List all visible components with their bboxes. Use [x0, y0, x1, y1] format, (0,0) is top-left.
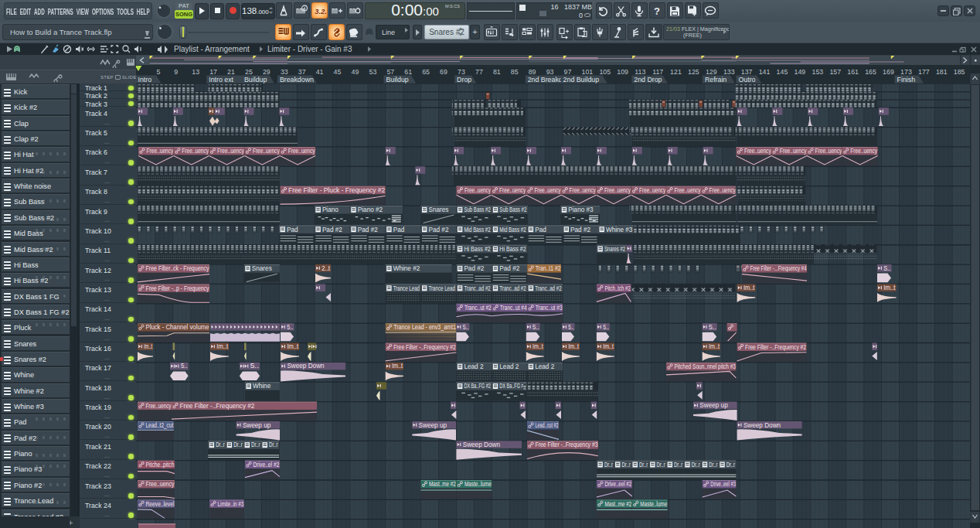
svg-text:Drive..eel #3: Drive..eel #3	[710, 481, 736, 488]
svg-text:Whine: Whine	[253, 383, 271, 390]
svg-text:45: 45	[334, 68, 342, 76]
svg-text:Free..uency: Free..uency	[815, 148, 843, 155]
svg-text:Pad #2: Pad #2	[322, 227, 342, 233]
svg-text:97: 97	[564, 68, 572, 76]
svg-text:Dr..r: Dr..r	[604, 462, 613, 468]
svg-text:Tranc..ad #2: Tranc..ad #2	[499, 285, 526, 292]
svg-text:Im..t: Im..t	[709, 343, 720, 350]
svg-text:Piano #3: Piano #3	[568, 206, 594, 213]
svg-text:Intro: Intro	[138, 76, 152, 83]
svg-text:Snares #2: Snares #2	[604, 246, 625, 253]
svg-text:Tranc..ut #2: Tranc..ut #2	[464, 305, 492, 312]
svg-text:Sub Bass #2: Sub Bass #2	[464, 206, 491, 213]
svg-text:Free..uency: Free..uency	[288, 148, 316, 155]
svg-text:Free..uency: Free..uency	[709, 187, 737, 194]
svg-text:81: 81	[493, 68, 501, 76]
svg-text:Dr..r: Dr..r	[216, 441, 225, 448]
svg-text:Pad: Pad	[535, 227, 546, 233]
svg-text:5..: 5..	[533, 324, 539, 331]
svg-text:Dr..r: Dr..r	[692, 462, 700, 468]
svg-text:Sweep Down: Sweep Down	[463, 441, 501, 448]
svg-text:33: 33	[281, 68, 288, 76]
svg-text:Piano: Piano	[322, 206, 339, 213]
svg-text:Sweep up: Sweep up	[243, 422, 271, 429]
svg-text:Free Filter -...Frequency #4: Free Filter -...Frequency #4	[750, 265, 807, 272]
svg-text:Intro ext: Intro ext	[209, 76, 233, 83]
svg-text:Sweep up: Sweep up	[419, 422, 447, 429]
svg-text:DX Ba..FG #2: DX Ba..FG #2	[499, 383, 526, 390]
svg-text:Trance Lead: Trance Lead	[429, 285, 456, 292]
svg-text:5..: 5..	[463, 324, 469, 331]
svg-text:17: 17	[209, 68, 217, 76]
svg-text:125: 125	[688, 68, 699, 76]
svg-text:Snares: Snares	[429, 206, 449, 213]
svg-text:181: 181	[936, 68, 948, 76]
svg-text:Dr..r: Dr..r	[233, 441, 243, 448]
svg-text:41: 41	[316, 68, 324, 76]
svg-text:Piano #2: Piano #2	[358, 206, 383, 213]
svg-text:Dr..r: Dr..r	[269, 441, 278, 448]
svg-text:Mast..me #2: Mast..me #2	[604, 501, 631, 508]
svg-text:169: 169	[883, 68, 894, 76]
svg-text:Free Filter -..Frequency #2: Free Filter -..Frequency #2	[393, 344, 456, 351]
svg-text:113: 113	[635, 68, 645, 76]
svg-text:Maste..lume: Maste..lume	[640, 501, 667, 508]
svg-text:93: 93	[546, 68, 554, 76]
svg-text:5: 5	[156, 68, 160, 76]
svg-text:Free..uency: Free..uency	[639, 187, 666, 194]
svg-text:Buildup: Buildup	[386, 76, 408, 83]
svg-text:Dr..r: Dr..r	[251, 441, 260, 448]
svg-text:Free..uency: Free..uency	[464, 187, 492, 194]
svg-text:Im..t: Im..t	[744, 284, 755, 291]
svg-text:Tranc..ut #3: Tranc..ut #3	[536, 305, 563, 312]
svg-text:Free Filter -..p - Frequency: Free Filter -..p - Frequency	[146, 285, 210, 292]
svg-text:Tran..t1 #2: Tran..t1 #2	[536, 265, 561, 272]
svg-text:5..: 5..	[287, 324, 293, 331]
svg-text:185: 185	[954, 68, 965, 76]
svg-text:Free Filter - Pluck - Frequenc: Free Filter - Pluck - Frequency #2	[288, 187, 386, 194]
svg-text:5..: 5..	[568, 324, 573, 331]
svg-text:Pad #2: Pad #2	[429, 227, 449, 233]
svg-text:Im..t: Im..t	[568, 343, 579, 350]
svg-text:Whine #3: Whine #3	[606, 227, 633, 233]
svg-text:Pad #2: Pad #2	[358, 227, 378, 233]
svg-text:177: 177	[918, 68, 930, 76]
svg-text:Snares: Snares	[252, 265, 272, 272]
svg-text:Finish: Finish	[897, 76, 916, 83]
svg-text:13: 13	[192, 68, 199, 76]
svg-text:Free..uency: Free..uency	[744, 148, 772, 155]
svg-text:Im..t: Im..t	[144, 343, 152, 350]
svg-text:153: 153	[812, 68, 824, 76]
svg-text:Tranc..ad #2: Tranc..ad #2	[535, 285, 562, 292]
svg-text:Limite..in #3: Limite..in #3	[218, 501, 244, 508]
svg-text:Free..uency: Free..uency	[604, 187, 631, 194]
svg-text:Dr..r: Dr..r	[622, 462, 631, 468]
svg-text:Free..uency: Free..uency	[850, 148, 878, 155]
svg-text:25: 25	[245, 68, 253, 76]
svg-text:Sweep Down: Sweep Down	[287, 363, 325, 370]
svg-text:Sub Bass #2: Sub Bass #2	[499, 206, 527, 213]
svg-text:Free Filter -..Frequency #3: Free Filter -..Frequency #3	[536, 441, 598, 448]
svg-text:Im..t: Im..t	[287, 343, 298, 350]
svg-text:105: 105	[599, 68, 611, 76]
svg-text:Buildup: Buildup	[244, 76, 267, 83]
svg-text:Lead 2: Lead 2	[535, 363, 554, 370]
svg-text:Pad #2: Pad #2	[464, 265, 484, 272]
svg-text:Pitch..tch #2: Pitch..tch #2	[604, 285, 631, 292]
svg-text:Lead..t2_cut: Lead..t2_cut	[146, 422, 174, 429]
svg-text:Drive..eel #2: Drive..eel #2	[604, 481, 631, 488]
svg-text:9: 9	[174, 68, 178, 76]
svg-text:Pitched Soun..nnel pitch #3: Pitched Soun..nnel pitch #3	[675, 363, 737, 370]
svg-text:Lead 2: Lead 2	[464, 363, 483, 370]
svg-text:129: 129	[706, 68, 717, 76]
svg-text:Im..t: Im..t	[603, 343, 614, 350]
svg-text:21: 21	[227, 68, 235, 76]
svg-text:Sweep up: Sweep up	[699, 402, 728, 409]
svg-text:Tranc..ad #2: Tranc..ad #2	[464, 285, 491, 292]
svg-text:Free..uency: Free..uency	[534, 187, 561, 194]
svg-text:Im..t: Im..t	[216, 343, 228, 350]
svg-text:Pluck - Channel volume: Pluck - Channel volume	[146, 324, 209, 331]
svg-text:2..t: 2..t	[322, 265, 330, 272]
svg-text:Pad #2: Pad #2	[499, 265, 519, 272]
svg-text:2nd Drop: 2nd Drop	[634, 76, 662, 83]
